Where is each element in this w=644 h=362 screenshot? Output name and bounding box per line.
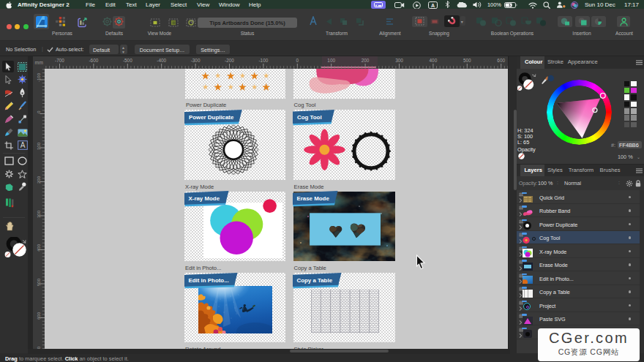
svg-text:Erase Mode: Erase Mode bbox=[297, 195, 330, 202]
svg-text:Edit in Photo...: Edit in Photo... bbox=[188, 276, 228, 283]
svg-text:A: A bbox=[431, 2, 435, 7]
svg-text:X-ray Mode: X-ray Mode bbox=[188, 195, 220, 202]
svg-text:Copy a Table: Copy a Table bbox=[297, 276, 333, 283]
svg-text:Power Duplicate: Power Duplicate bbox=[189, 114, 234, 121]
svg-text:Cog Tool: Cog Tool bbox=[297, 114, 322, 121]
svg-text:A: A bbox=[20, 141, 26, 149]
